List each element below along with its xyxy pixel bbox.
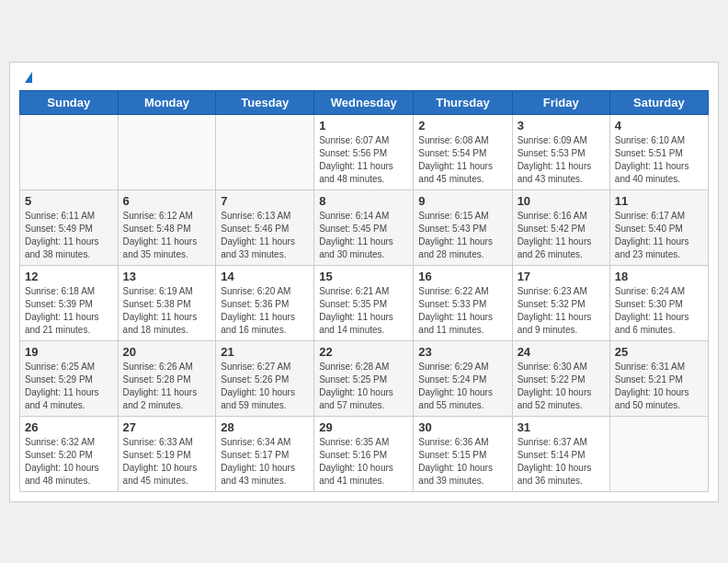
day-header-tuesday: Tuesday: [216, 90, 314, 114]
day-number: 14: [221, 270, 309, 283]
day-number: 28: [221, 420, 309, 434]
day-info: Sunrise: 6:35 AM Sunset: 5:16 PM Dayligh…: [319, 436, 408, 488]
week-row-3: 12Sunrise: 6:18 AM Sunset: 5:39 PM Dayli…: [20, 265, 709, 340]
day-number: 25: [615, 345, 703, 359]
day-info: Sunrise: 6:22 AM Sunset: 5:33 PM Dayligh…: [418, 285, 506, 337]
day-cell-16: 16Sunrise: 6:22 AM Sunset: 5:33 PM Dayli…: [414, 265, 512, 340]
day-cell-15: 15Sunrise: 6:21 AM Sunset: 5:35 PM Dayli…: [314, 265, 414, 340]
calendar-grid: SundayMondayTuesdayWednesdayThursdayFrid…: [19, 90, 709, 492]
day-cell-9: 9Sunrise: 6:15 AM Sunset: 5:43 PM Daylig…: [414, 190, 512, 265]
day-info: Sunrise: 6:23 AM Sunset: 5:32 PM Dayligh…: [518, 285, 605, 337]
day-header-wednesday: Wednesday: [314, 90, 414, 114]
week-row-4: 19Sunrise: 6:25 AM Sunset: 5:29 PM Dayli…: [20, 340, 709, 416]
day-number: 27: [123, 420, 211, 434]
day-number: 22: [319, 345, 408, 359]
day-cell-5: 5Sunrise: 6:11 AM Sunset: 5:49 PM Daylig…: [20, 190, 119, 265]
day-info: Sunrise: 6:34 AM Sunset: 5:17 PM Dayligh…: [221, 436, 309, 488]
day-number: 1: [319, 119, 408, 132]
day-cell-30: 30Sunrise: 6:36 AM Sunset: 5:15 PM Dayli…: [414, 416, 512, 491]
day-info: Sunrise: 6:32 AM Sunset: 5:20 PM Dayligh…: [25, 436, 113, 488]
week-row-2: 5Sunrise: 6:11 AM Sunset: 5:49 PM Daylig…: [20, 190, 709, 265]
day-info: Sunrise: 6:28 AM Sunset: 5:25 PM Dayligh…: [319, 361, 408, 412]
week-row-5: 26Sunrise: 6:32 AM Sunset: 5:20 PM Dayli…: [20, 416, 709, 491]
day-cell-2: 2Sunrise: 6:08 AM Sunset: 5:54 PM Daylig…: [414, 114, 512, 190]
day-header-sunday: Sunday: [20, 90, 119, 114]
logo-arrow-icon: [25, 72, 32, 83]
day-cell-29: 29Sunrise: 6:35 AM Sunset: 5:16 PM Dayli…: [314, 416, 414, 491]
empty-cell: [609, 416, 708, 491]
day-number: 3: [518, 119, 605, 132]
day-number: 30: [418, 420, 506, 434]
day-header-thursday: Thursday: [414, 90, 512, 114]
day-cell-11: 11Sunrise: 6:17 AM Sunset: 5:40 PM Dayli…: [609, 190, 708, 265]
day-info: Sunrise: 6:18 AM Sunset: 5:39 PM Dayligh…: [25, 285, 113, 337]
day-cell-20: 20Sunrise: 6:26 AM Sunset: 5:28 PM Dayli…: [118, 340, 216, 416]
day-info: Sunrise: 6:36 AM Sunset: 5:15 PM Dayligh…: [418, 436, 506, 488]
day-cell-1: 1Sunrise: 6:07 AM Sunset: 5:56 PM Daylig…: [314, 114, 414, 190]
day-number: 18: [615, 270, 703, 283]
day-cell-22: 22Sunrise: 6:28 AM Sunset: 5:25 PM Dayli…: [314, 340, 414, 416]
day-cell-14: 14Sunrise: 6:20 AM Sunset: 5:36 PM Dayli…: [216, 265, 314, 340]
day-cell-25: 25Sunrise: 6:31 AM Sunset: 5:21 PM Dayli…: [609, 340, 708, 416]
day-info: Sunrise: 6:08 AM Sunset: 5:54 PM Dayligh…: [418, 134, 506, 186]
day-cell-26: 26Sunrise: 6:32 AM Sunset: 5:20 PM Dayli…: [20, 416, 119, 491]
day-cell-7: 7Sunrise: 6:13 AM Sunset: 5:46 PM Daylig…: [216, 190, 314, 265]
day-number: 7: [221, 194, 309, 208]
day-cell-31: 31Sunrise: 6:37 AM Sunset: 5:14 PM Dayli…: [512, 416, 609, 491]
day-cell-21: 21Sunrise: 6:27 AM Sunset: 5:26 PM Dayli…: [216, 340, 314, 416]
day-cell-17: 17Sunrise: 6:23 AM Sunset: 5:32 PM Dayli…: [512, 265, 609, 340]
day-number: 26: [25, 420, 113, 434]
week-row-1: 1Sunrise: 6:07 AM Sunset: 5:56 PM Daylig…: [20, 114, 709, 190]
day-number: 4: [615, 119, 703, 132]
day-info: Sunrise: 6:19 AM Sunset: 5:38 PM Dayligh…: [123, 285, 211, 337]
day-info: Sunrise: 6:21 AM Sunset: 5:35 PM Dayligh…: [319, 285, 408, 337]
day-cell-23: 23Sunrise: 6:29 AM Sunset: 5:24 PM Dayli…: [414, 340, 512, 416]
day-cell-27: 27Sunrise: 6:33 AM Sunset: 5:19 PM Dayli…: [118, 416, 216, 491]
day-number: 31: [518, 420, 605, 434]
day-info: Sunrise: 6:31 AM Sunset: 5:21 PM Dayligh…: [615, 361, 703, 412]
day-header-friday: Friday: [512, 90, 609, 114]
day-number: 12: [25, 270, 113, 283]
day-info: Sunrise: 6:33 AM Sunset: 5:19 PM Dayligh…: [123, 436, 211, 488]
day-number: 6: [123, 194, 211, 208]
day-header-monday: Monday: [118, 90, 216, 114]
day-cell-24: 24Sunrise: 6:30 AM Sunset: 5:22 PM Dayli…: [512, 340, 609, 416]
day-info: Sunrise: 6:26 AM Sunset: 5:28 PM Dayligh…: [123, 361, 211, 412]
day-info: Sunrise: 6:09 AM Sunset: 5:53 PM Dayligh…: [518, 134, 605, 186]
day-cell-12: 12Sunrise: 6:18 AM Sunset: 5:39 PM Dayli…: [20, 265, 119, 340]
day-info: Sunrise: 6:30 AM Sunset: 5:22 PM Dayligh…: [518, 361, 605, 412]
day-info: Sunrise: 6:15 AM Sunset: 5:43 PM Dayligh…: [418, 210, 506, 261]
day-number: 21: [221, 345, 309, 359]
day-number: 16: [418, 270, 506, 283]
day-number: 19: [25, 345, 113, 359]
day-number: 20: [123, 345, 211, 359]
day-info: Sunrise: 6:14 AM Sunset: 5:45 PM Dayligh…: [319, 210, 408, 261]
day-cell-6: 6Sunrise: 6:12 AM Sunset: 5:48 PM Daylig…: [118, 190, 216, 265]
day-number: 10: [518, 194, 605, 208]
day-info: Sunrise: 6:16 AM Sunset: 5:42 PM Dayligh…: [518, 210, 605, 261]
day-number: 15: [319, 270, 408, 283]
day-info: Sunrise: 6:10 AM Sunset: 5:51 PM Dayligh…: [615, 134, 703, 186]
day-info: Sunrise: 6:25 AM Sunset: 5:29 PM Dayligh…: [25, 361, 113, 412]
calendar-container: SundayMondayTuesdayWednesdayThursdayFrid…: [9, 62, 719, 502]
logo: [23, 72, 32, 83]
day-info: Sunrise: 6:27 AM Sunset: 5:26 PM Dayligh…: [221, 361, 309, 412]
day-number: 11: [615, 194, 703, 208]
empty-cell: [118, 114, 216, 190]
days-header-row: SundayMondayTuesdayWednesdayThursdayFrid…: [20, 90, 709, 114]
day-number: 9: [418, 194, 506, 208]
day-info: Sunrise: 6:13 AM Sunset: 5:46 PM Dayligh…: [221, 210, 309, 261]
day-info: Sunrise: 6:17 AM Sunset: 5:40 PM Dayligh…: [615, 210, 703, 261]
header: [19, 72, 709, 83]
day-cell-13: 13Sunrise: 6:19 AM Sunset: 5:38 PM Dayli…: [118, 265, 216, 340]
day-info: Sunrise: 6:37 AM Sunset: 5:14 PM Dayligh…: [518, 436, 605, 488]
day-number: 8: [319, 194, 408, 208]
day-cell-10: 10Sunrise: 6:16 AM Sunset: 5:42 PM Dayli…: [512, 190, 609, 265]
day-info: Sunrise: 6:11 AM Sunset: 5:49 PM Dayligh…: [25, 210, 113, 261]
day-header-saturday: Saturday: [609, 90, 708, 114]
day-info: Sunrise: 6:07 AM Sunset: 5:56 PM Dayligh…: [319, 134, 408, 186]
empty-cell: [216, 114, 314, 190]
day-number: 24: [518, 345, 605, 359]
day-cell-28: 28Sunrise: 6:34 AM Sunset: 5:17 PM Dayli…: [216, 416, 314, 491]
day-info: Sunrise: 6:12 AM Sunset: 5:48 PM Dayligh…: [123, 210, 211, 261]
